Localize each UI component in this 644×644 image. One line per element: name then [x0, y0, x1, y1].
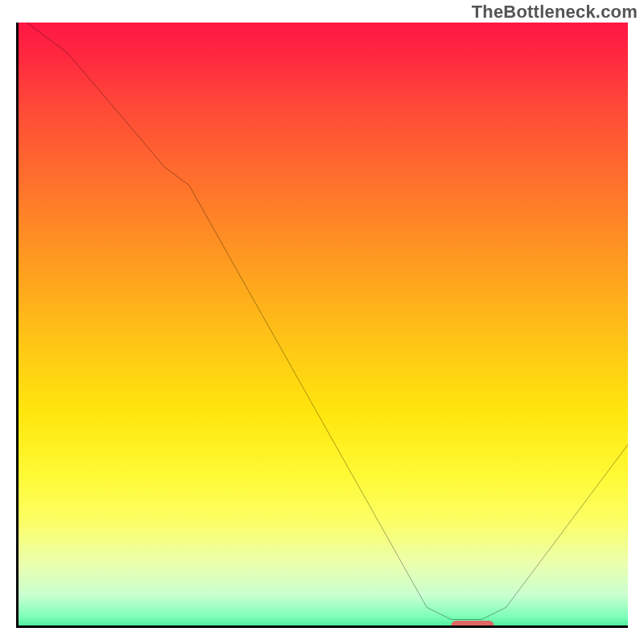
chart-container: TheBottleneck.com [0, 0, 644, 644]
plot-area [16, 23, 628, 628]
optimum-marker [451, 621, 493, 628]
curve-layer [19, 23, 628, 625]
watermark-text: TheBottleneck.com [472, 2, 638, 23]
bottleneck-curve-path [19, 23, 628, 620]
